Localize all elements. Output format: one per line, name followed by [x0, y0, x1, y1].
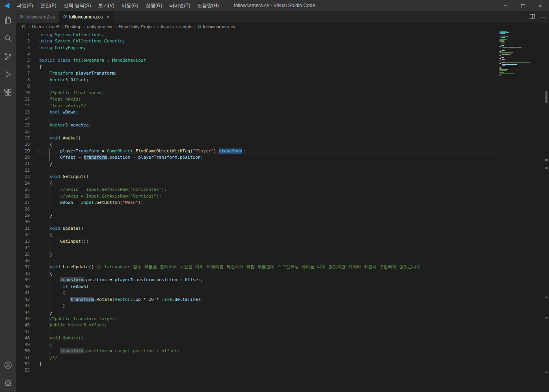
- line-number[interactable]: 15: [16, 123, 30, 128]
- code-line[interactable]: 28: [16, 206, 549, 212]
- breadcrumb-item-assets[interactable]: Assets: [160, 24, 174, 29]
- settings-gear-icon[interactable]: [0, 374, 16, 392]
- breadcrumb-item-file[interactable]: followcamera.cs: [203, 24, 235, 29]
- code-line[interactable]: 12 float vAxis;*/: [16, 103, 549, 109]
- maximize-button[interactable]: □: [514, 0, 532, 11]
- line-number[interactable]: 17: [16, 136, 30, 141]
- code-line[interactable]: 51 }*/: [16, 354, 549, 361]
- code-line[interactable]: 34: [16, 244, 549, 251]
- line-number[interactable]: 34: [16, 245, 30, 250]
- line-number[interactable]: 38: [16, 271, 30, 276]
- scrollbar-thumb[interactable]: [545, 91, 547, 103]
- code-line[interactable]: 22: [16, 167, 549, 173]
- line-number[interactable]: 5: [16, 58, 30, 63]
- code-line[interactable]: 23 void GetInput(): [16, 174, 549, 180]
- code-line[interactable]: 33 GetInput();: [16, 238, 549, 244]
- code-line[interactable]: 8 Vector3 Offset;: [16, 77, 549, 83]
- code-line[interactable]: 17 void Awake(): [16, 135, 549, 141]
- line-number[interactable]: 10: [16, 90, 30, 95]
- breadcrumb-item-new-unity-project[interactable]: New Unity Project: [119, 24, 155, 29]
- menu-item-file[interactable]: 파일(F): [13, 0, 37, 11]
- code-line[interactable]: 16: [16, 128, 549, 135]
- line-number[interactable]: 32: [16, 232, 30, 237]
- code-line[interactable]: 29 }: [16, 212, 549, 218]
- line-number[interactable]: 12: [16, 103, 30, 108]
- source-control-icon[interactable]: [0, 47, 16, 65]
- line-number[interactable]: 14: [16, 116, 30, 121]
- line-number[interactable]: 45: [16, 316, 30, 321]
- line-number[interactable]: 36: [16, 258, 30, 263]
- code-line[interactable]: 4: [16, 51, 549, 57]
- line-number[interactable]: 46: [16, 322, 30, 328]
- line-number[interactable]: 30: [16, 219, 30, 224]
- line-number[interactable]: 1: [16, 32, 30, 37]
- menu-item-edit[interactable]: 편집(E): [37, 0, 60, 11]
- breadcrumb-item-unity-practice[interactable]: unity practice: [87, 24, 113, 29]
- line-number[interactable]: 53: [16, 368, 30, 373]
- explorer-icon[interactable]: [0, 11, 16, 29]
- line-number[interactable]: 3: [16, 45, 30, 50]
- code-line[interactable]: 39 transform.position = playerTransform.…: [16, 277, 549, 283]
- line-number[interactable]: 44: [16, 310, 30, 315]
- code-line[interactable]: 44 }: [16, 309, 549, 315]
- account-icon[interactable]: [0, 356, 16, 374]
- line-number[interactable]: 48: [16, 335, 30, 341]
- code-line[interactable]: 46 public Vector3 offset;: [16, 322, 549, 328]
- line-number[interactable]: 9: [16, 84, 30, 89]
- code-line[interactable]: 31 void Update(): [16, 225, 549, 231]
- line-number[interactable]: 33: [16, 239, 30, 244]
- line-number[interactable]: 28: [16, 207, 30, 212]
- code-line[interactable]: 32 {: [16, 232, 549, 238]
- code-line[interactable]: 3using UnityEngine;: [16, 44, 549, 51]
- line-number[interactable]: 6: [16, 64, 30, 70]
- line-number[interactable]: 41: [16, 290, 30, 295]
- extensions-icon[interactable]: [0, 83, 16, 101]
- close-tab-icon[interactable]: ×: [107, 14, 110, 20]
- line-number[interactable]: 42: [16, 297, 30, 302]
- code-line[interactable]: 36: [16, 257, 549, 264]
- editor[interactable]: 1using System.Collections;2using System.…: [16, 31, 549, 392]
- code-line[interactable]: 53: [16, 367, 549, 374]
- code-line[interactable]: 5public class followcamera : MonoBehavio…: [16, 57, 549, 64]
- line-number[interactable]: 26: [16, 194, 30, 199]
- line-number[interactable]: 37: [16, 264, 30, 269]
- code-line[interactable]: 50 transform.position = target.position …: [16, 348, 549, 354]
- code-line[interactable]: 9: [16, 83, 549, 90]
- code-line[interactable]: 13 bool wDown;: [16, 109, 549, 115]
- line-number[interactable]: 19: [16, 148, 30, 154]
- line-number[interactable]: 47: [16, 329, 30, 334]
- run-debug-icon[interactable]: [0, 65, 16, 83]
- line-number[interactable]: 8: [16, 77, 30, 82]
- code-line[interactable]: 30: [16, 219, 549, 225]
- line-number[interactable]: 7: [16, 71, 30, 76]
- line-number[interactable]: 25: [16, 187, 30, 192]
- code-line[interactable]: 27 wDown = Input.GetButton("Walk");: [16, 199, 549, 205]
- code-line[interactable]: 38 {: [16, 270, 549, 277]
- menu-item-selection[interactable]: 선택 영역(S): [60, 0, 95, 11]
- line-number[interactable]: 16: [16, 129, 30, 134]
- minimap[interactable]: [500, 31, 544, 77]
- search-icon[interactable]: [0, 29, 16, 47]
- line-number[interactable]: 51: [16, 355, 30, 360]
- line-number[interactable]: 49: [16, 342, 30, 347]
- tab-followcam2[interactable]: C# followcam2.cs: [16, 11, 59, 23]
- code-line[interactable]: 21 }: [16, 161, 549, 167]
- code-line[interactable]: 48 void Update(): [16, 335, 549, 341]
- menu-item-go[interactable]: 이동(G): [118, 0, 142, 11]
- line-number[interactable]: 39: [16, 277, 30, 282]
- code-line[interactable]: 1using System.Collections;: [16, 31, 549, 38]
- code-line[interactable]: 2using System.Collections.Generic;: [16, 38, 549, 44]
- tab-followcamera[interactable]: C# followcamera.cs ×: [59, 11, 114, 23]
- line-number[interactable]: 52: [16, 361, 30, 366]
- code-line[interactable]: 35 }: [16, 251, 549, 257]
- code-line[interactable]: 7 Transform playerTransform;: [16, 70, 549, 77]
- line-number[interactable]: 31: [16, 226, 30, 231]
- line-number[interactable]: 24: [16, 181, 30, 186]
- line-number[interactable]: 11: [16, 97, 30, 102]
- line-number[interactable]: 13: [16, 110, 30, 115]
- menu-item-terminal[interactable]: 터미널(T): [166, 0, 194, 11]
- line-number[interactable]: 29: [16, 213, 30, 218]
- breadcrumb-item-desktop[interactable]: Desktop: [65, 24, 81, 29]
- minimize-button[interactable]: −: [497, 0, 514, 11]
- code-line[interactable]: 24 {: [16, 180, 549, 186]
